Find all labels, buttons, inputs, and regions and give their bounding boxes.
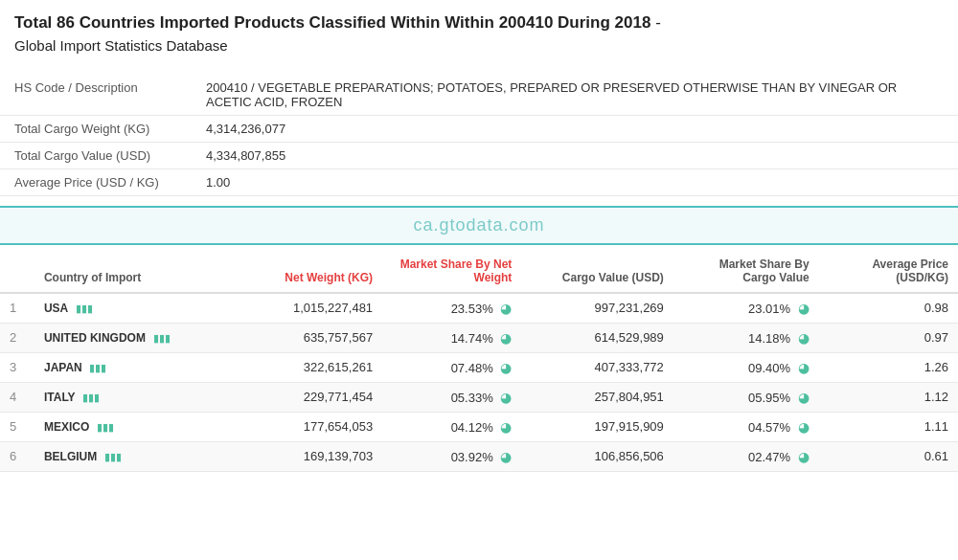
msnw-value: 14.74% <box>451 331 493 346</box>
table-row: 1USA ▮▮▮1,015,227,48123.53% ◕997,231,269… <box>0 293 958 324</box>
mscv-value: 14.18% <box>748 331 790 346</box>
country-name: USA <box>44 302 68 315</box>
bar-chart-icon[interactable]: ▮▮▮ <box>89 362 106 374</box>
bar-chart-icon[interactable]: ▮▮▮ <box>104 451 122 463</box>
country-name: UNITED KINGDOM <box>44 331 146 345</box>
table-row: 6BELGIUM ▮▮▮169,139,70303.92% ◕106,856,5… <box>0 441 958 471</box>
info-row: Total Cargo Value (USD)4,334,807,855 <box>0 142 958 168</box>
pie-chart-icon[interactable]: ◕ <box>500 330 512 346</box>
pie-chart-icon[interactable]: ◕ <box>500 360 512 375</box>
mscv-value: 09.40% <box>748 361 790 375</box>
bar-chart-icon[interactable]: ▮▮▮ <box>97 421 114 434</box>
info-value: 1.00 <box>192 168 958 195</box>
info-row: HS Code / Description200410 / VEGETABLE … <box>0 75 958 116</box>
country-name: JAPAN <box>44 361 82 374</box>
country-cell: ITALY ▮▮▮ <box>34 382 231 412</box>
row-index: 1 <box>0 293 34 324</box>
mscv-value: 05.95% <box>748 391 790 405</box>
country-cell: BELGIUM ▮▮▮ <box>34 441 231 471</box>
cargo-value-cell: 197,915,909 <box>521 412 673 441</box>
pie-chart-icon-2[interactable]: ◕ <box>798 449 810 464</box>
row-index: 4 <box>0 382 34 412</box>
cargo-value-cell: 106,856,506 <box>521 441 673 471</box>
market-share-nw-cell: 14.74% ◕ <box>382 323 521 352</box>
info-label: Total Cargo Weight (KG) <box>0 115 192 142</box>
bar-chart-icon[interactable]: ▮▮▮ <box>153 332 171 345</box>
pie-chart-icon-2[interactable]: ◕ <box>798 360 810 375</box>
column-header-netweight: Net Weight (KG) <box>231 250 382 293</box>
info-value: 4,334,807,855 <box>192 142 958 168</box>
market-share-cv-cell: 09.40% ◕ <box>673 352 819 382</box>
data-table: Country of ImportNet Weight (KG)Market S… <box>0 250 958 472</box>
net-weight-cell: 322,615,261 <box>231 352 382 382</box>
pie-chart-icon[interactable]: ◕ <box>500 449 512 464</box>
msnw-value: 07.48% <box>451 361 493 375</box>
market-share-cv-cell: 04.57% ◕ <box>673 412 819 441</box>
pie-chart-icon-2[interactable]: ◕ <box>798 419 810 435</box>
mscv-value: 04.57% <box>748 420 790 435</box>
table-row: 5MEXICO ▮▮▮177,654,05304.12% ◕197,915,90… <box>0 412 958 441</box>
column-header-country: Country of Import <box>34 250 231 293</box>
net-weight-cell: 177,654,053 <box>231 412 382 441</box>
pie-chart-icon-2[interactable]: ◕ <box>798 330 810 346</box>
net-weight-cell: 229,771,454 <box>231 382 382 412</box>
msnw-value: 23.53% <box>451 302 493 316</box>
row-index: 5 <box>0 412 34 441</box>
header-section: Total 86 Countries Imported Products Cla… <box>0 0 958 196</box>
column-header-idx <box>0 250 34 293</box>
info-label: Total Cargo Value (USD) <box>0 142 192 168</box>
mscv-value: 02.47% <box>748 450 790 464</box>
title-bold-text: Total 86 Countries Imported Products Cla… <box>14 13 650 32</box>
avg-price-cell: 0.97 <box>819 323 958 352</box>
column-header-msnw: Market Share By Net Weight <box>382 250 521 293</box>
market-share-nw-cell: 03.92% ◕ <box>382 441 521 471</box>
market-share-nw-cell: 05.33% ◕ <box>382 382 521 412</box>
avg-price-cell: 1.11 <box>819 412 958 441</box>
pie-chart-icon[interactable]: ◕ <box>500 419 512 435</box>
market-share-cv-cell: 02.47% ◕ <box>673 441 819 471</box>
avg-price-cell: 0.61 <box>819 441 958 471</box>
net-weight-cell: 635,757,567 <box>231 323 382 352</box>
country-cell: USA ▮▮▮ <box>34 293 231 324</box>
country-name: ITALY <box>44 391 76 404</box>
info-value: 200410 / VEGETABLE PREPARATIONS; POTATOE… <box>192 75 958 116</box>
pie-chart-icon[interactable]: ◕ <box>500 301 512 316</box>
cargo-value-cell: 257,804,951 <box>521 382 673 412</box>
msnw-value: 04.12% <box>451 420 493 435</box>
msnw-value: 03.92% <box>451 450 493 464</box>
pie-chart-icon[interactable]: ◕ <box>500 390 512 405</box>
net-weight-cell: 1,015,227,481 <box>231 293 382 324</box>
bar-chart-icon[interactable]: ▮▮▮ <box>76 302 93 315</box>
column-header-mscv: Market Share By Cargo Value <box>673 250 819 293</box>
net-weight-cell: 169,139,703 <box>231 441 382 471</box>
market-share-nw-cell: 07.48% ◕ <box>382 352 521 382</box>
info-label: HS Code / Description <box>0 75 192 116</box>
msnw-value: 05.33% <box>451 391 493 405</box>
market-share-nw-cell: 23.53% ◕ <box>382 293 521 324</box>
info-row: Total Cargo Weight (KG)4,314,236,077 <box>0 115 958 142</box>
market-share-cv-cell: 05.95% ◕ <box>673 382 819 412</box>
avg-price-cell: 0.98 <box>819 293 958 324</box>
pie-chart-icon-2[interactable]: ◕ <box>798 301 810 316</box>
column-header-cargo: Cargo Value (USD) <box>521 250 673 293</box>
title-dash: - <box>650 13 660 32</box>
row-index: 3 <box>0 352 34 382</box>
country-name: MEXICO <box>44 420 89 434</box>
country-cell: UNITED KINGDOM ▮▮▮ <box>34 323 231 352</box>
table-row: 2UNITED KINGDOM ▮▮▮635,757,56714.74% ◕61… <box>0 323 958 352</box>
subtitle-text: Global Import Statistics Database <box>14 37 228 54</box>
country-cell: JAPAN ▮▮▮ <box>34 352 231 382</box>
cargo-value-cell: 614,529,989 <box>521 323 673 352</box>
row-index: 6 <box>0 441 34 471</box>
bar-chart-icon[interactable]: ▮▮▮ <box>82 392 100 404</box>
country-cell: MEXICO ▮▮▮ <box>34 412 231 441</box>
avg-price-cell: 1.12 <box>819 382 958 412</box>
row-index: 2 <box>0 323 34 352</box>
info-table: HS Code / Description200410 / VEGETABLE … <box>0 75 958 196</box>
pie-chart-icon-2[interactable]: ◕ <box>798 390 810 405</box>
info-row: Average Price (USD / KG)1.00 <box>0 168 958 195</box>
cargo-value-cell: 407,333,772 <box>521 352 673 382</box>
cargo-value-cell: 997,231,269 <box>521 293 673 324</box>
watermark: ca.gtodata.com <box>0 206 958 245</box>
market-share-nw-cell: 04.12% ◕ <box>382 412 521 441</box>
